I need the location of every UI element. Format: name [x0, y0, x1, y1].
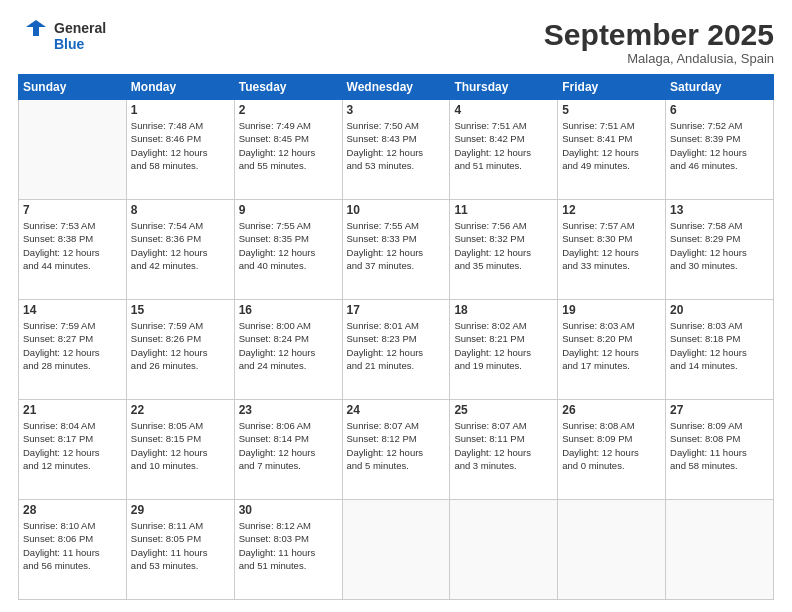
info-line: Sunrise: 7:50 AM: [347, 120, 419, 131]
day-info: Sunrise: 7:48 AMSunset: 8:46 PMDaylight:…: [131, 119, 230, 172]
info-line: and 51 minutes.: [454, 160, 522, 171]
col-monday: Monday: [126, 75, 234, 100]
info-line: Daylight: 11 hours: [23, 547, 100, 558]
col-saturday: Saturday: [666, 75, 774, 100]
col-sunday: Sunday: [19, 75, 127, 100]
col-wednesday: Wednesday: [342, 75, 450, 100]
day-info: Sunrise: 7:49 AMSunset: 8:45 PMDaylight:…: [239, 119, 338, 172]
day-cell: 15Sunrise: 7:59 AMSunset: 8:26 PMDayligh…: [126, 300, 234, 400]
info-line: Sunrise: 7:48 AM: [131, 120, 203, 131]
day-number: 30: [239, 503, 338, 517]
info-line: Daylight: 12 hours: [239, 147, 316, 158]
day-info: Sunrise: 7:56 AMSunset: 8:32 PMDaylight:…: [454, 219, 553, 272]
week-row-2: 7Sunrise: 7:53 AMSunset: 8:38 PMDaylight…: [19, 200, 774, 300]
day-cell: [666, 500, 774, 600]
day-info: Sunrise: 8:07 AMSunset: 8:12 PMDaylight:…: [347, 419, 446, 472]
info-line: Daylight: 12 hours: [454, 447, 531, 458]
day-number: 26: [562, 403, 661, 417]
info-line: Sunrise: 8:08 AM: [562, 420, 634, 431]
day-number: 13: [670, 203, 769, 217]
day-number: 3: [347, 103, 446, 117]
info-line: and 42 minutes.: [131, 260, 199, 271]
info-line: Sunset: 8:32 PM: [454, 233, 524, 244]
day-cell: 8Sunrise: 7:54 AMSunset: 8:36 PMDaylight…: [126, 200, 234, 300]
day-info: Sunrise: 7:50 AMSunset: 8:43 PMDaylight:…: [347, 119, 446, 172]
info-line: Sunset: 8:21 PM: [454, 333, 524, 344]
info-line: Sunrise: 8:01 AM: [347, 320, 419, 331]
calendar-table: Sunday Monday Tuesday Wednesday Thursday…: [18, 74, 774, 600]
logo-general: General: [54, 20, 106, 36]
day-info: Sunrise: 8:01 AMSunset: 8:23 PMDaylight:…: [347, 319, 446, 372]
info-line: Sunset: 8:15 PM: [131, 433, 201, 444]
day-cell: 3Sunrise: 7:50 AMSunset: 8:43 PMDaylight…: [342, 100, 450, 200]
info-line: and 35 minutes.: [454, 260, 522, 271]
info-line: Sunset: 8:36 PM: [131, 233, 201, 244]
day-info: Sunrise: 8:09 AMSunset: 8:08 PMDaylight:…: [670, 419, 769, 472]
info-line: and 33 minutes.: [562, 260, 630, 271]
day-number: 27: [670, 403, 769, 417]
info-line: and 53 minutes.: [347, 160, 415, 171]
info-line: and 19 minutes.: [454, 360, 522, 371]
day-number: 11: [454, 203, 553, 217]
info-line: Sunset: 8:45 PM: [239, 133, 309, 144]
info-line: Sunrise: 7:51 AM: [562, 120, 634, 131]
info-line: Daylight: 11 hours: [239, 547, 316, 558]
info-line: Daylight: 12 hours: [562, 147, 639, 158]
day-cell: 22Sunrise: 8:05 AMSunset: 8:15 PMDayligh…: [126, 400, 234, 500]
day-number: 12: [562, 203, 661, 217]
info-line: Sunset: 8:09 PM: [562, 433, 632, 444]
location-subtitle: Malaga, Andalusia, Spain: [544, 51, 774, 66]
info-line: Sunset: 8:30 PM: [562, 233, 632, 244]
info-line: and 49 minutes.: [562, 160, 630, 171]
info-line: Sunrise: 8:07 AM: [347, 420, 419, 431]
info-line: Sunset: 8:46 PM: [131, 133, 201, 144]
day-number: 25: [454, 403, 553, 417]
info-line: Daylight: 12 hours: [454, 247, 531, 258]
info-line: Sunset: 8:23 PM: [347, 333, 417, 344]
day-cell: 17Sunrise: 8:01 AMSunset: 8:23 PMDayligh…: [342, 300, 450, 400]
day-number: 15: [131, 303, 230, 317]
info-line: Sunrise: 8:09 AM: [670, 420, 742, 431]
day-cell: [558, 500, 666, 600]
info-line: Sunrise: 8:06 AM: [239, 420, 311, 431]
info-line: Sunrise: 8:03 AM: [670, 320, 742, 331]
info-line: and 37 minutes.: [347, 260, 415, 271]
info-line: Sunset: 8:35 PM: [239, 233, 309, 244]
info-line: Sunrise: 7:51 AM: [454, 120, 526, 131]
day-info: Sunrise: 8:00 AMSunset: 8:24 PMDaylight:…: [239, 319, 338, 372]
day-number: 16: [239, 303, 338, 317]
day-info: Sunrise: 8:11 AMSunset: 8:05 PMDaylight:…: [131, 519, 230, 572]
info-line: and 55 minutes.: [239, 160, 307, 171]
info-line: and 40 minutes.: [239, 260, 307, 271]
day-cell: 14Sunrise: 7:59 AMSunset: 8:27 PMDayligh…: [19, 300, 127, 400]
day-number: 20: [670, 303, 769, 317]
day-cell: 29Sunrise: 8:11 AMSunset: 8:05 PMDayligh…: [126, 500, 234, 600]
info-line: Sunrise: 7:55 AM: [347, 220, 419, 231]
svg-marker-0: [26, 20, 46, 36]
day-info: Sunrise: 8:08 AMSunset: 8:09 PMDaylight:…: [562, 419, 661, 472]
info-line: and 24 minutes.: [239, 360, 307, 371]
day-number: 21: [23, 403, 122, 417]
day-cell: [19, 100, 127, 200]
info-line: Daylight: 12 hours: [670, 247, 747, 258]
info-line: and 53 minutes.: [131, 560, 199, 571]
day-info: Sunrise: 8:06 AMSunset: 8:14 PMDaylight:…: [239, 419, 338, 472]
day-cell: 1Sunrise: 7:48 AMSunset: 8:46 PMDaylight…: [126, 100, 234, 200]
info-line: Daylight: 12 hours: [131, 447, 208, 458]
info-line: Daylight: 12 hours: [131, 347, 208, 358]
day-info: Sunrise: 7:59 AMSunset: 8:27 PMDaylight:…: [23, 319, 122, 372]
info-line: Daylight: 12 hours: [670, 147, 747, 158]
info-line: Sunset: 8:38 PM: [23, 233, 93, 244]
info-line: Sunrise: 7:52 AM: [670, 120, 742, 131]
page: General Blue September 2025 Malaga, Anda…: [0, 0, 792, 612]
day-number: 22: [131, 403, 230, 417]
day-cell: [342, 500, 450, 600]
day-number: 7: [23, 203, 122, 217]
day-cell: 25Sunrise: 8:07 AMSunset: 8:11 PMDayligh…: [450, 400, 558, 500]
info-line: and 46 minutes.: [670, 160, 738, 171]
day-cell: 6Sunrise: 7:52 AMSunset: 8:39 PMDaylight…: [666, 100, 774, 200]
info-line: Daylight: 12 hours: [347, 247, 424, 258]
info-line: Sunset: 8:08 PM: [670, 433, 740, 444]
info-line: Sunset: 8:05 PM: [131, 533, 201, 544]
day-cell: 27Sunrise: 8:09 AMSunset: 8:08 PMDayligh…: [666, 400, 774, 500]
